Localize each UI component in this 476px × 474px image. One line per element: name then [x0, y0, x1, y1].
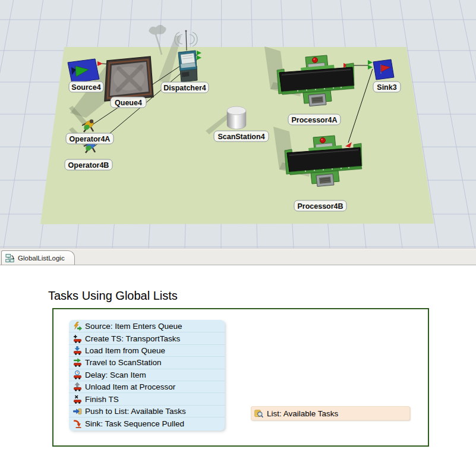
- task-row-create-ts[interactable]: Create TS: TransportTasks: [69, 332, 225, 344]
- task-label: Delay: Scan Item: [85, 371, 146, 379]
- label-processor4a: Processor4A: [288, 114, 341, 125]
- cart-unload-icon: [73, 382, 82, 391]
- svg-text:Processor4A: Processor4A: [291, 116, 337, 124]
- label-source4: Source4: [69, 81, 103, 92]
- cart-clock-icon: [73, 371, 82, 379]
- task-row-delay[interactable]: Delay: Scan Item: [69, 369, 225, 381]
- flow-container[interactable]: Source: Item Enters Queue Create TS: Tra…: [52, 308, 429, 447]
- task-label: Push to List: Available Tasks: [85, 407, 186, 416]
- scanstation4-node[interactable]: [227, 106, 246, 129]
- svg-text:Source4: Source4: [71, 83, 100, 92]
- list-search-icon: [254, 409, 263, 418]
- process-flow-view[interactable]: Tasks Using Global Lists Source: Item En…: [0, 265, 476, 474]
- flowchart-icon: [5, 253, 15, 263]
- svg-text:Queue4: Queue4: [115, 99, 142, 107]
- task-label: Finish TS: [85, 395, 119, 404]
- tab-bar: GlobalListLogic: [0, 248, 476, 265]
- cart-travel-icon: [73, 358, 82, 367]
- svg-text:Operator4A: Operator4A: [70, 135, 111, 143]
- task-label: Travel to ScanStation: [85, 358, 162, 367]
- cart-finish-icon: [73, 395, 82, 404]
- svg-text:Processor4B: Processor4B: [297, 202, 343, 211]
- sink3-node[interactable]: [373, 59, 394, 80]
- task-row-push[interactable]: Push to List: Available Tasks: [69, 406, 225, 418]
- label-scanstation4: ScanStation4: [214, 131, 269, 142]
- queue4-node[interactable]: [105, 56, 153, 101]
- task-row-source[interactable]: Source: Item Enters Queue: [69, 321, 225, 332]
- task-sequence-list: Source: Item Enters Queue Create TS: Tra…: [69, 320, 225, 431]
- task-label: Load Item from Queue: [85, 346, 165, 355]
- svg-text:Dispatcher4: Dispatcher4: [163, 84, 206, 92]
- label-dispatcher4: Dispatcher4: [161, 82, 209, 93]
- task-label: Source: Item Enters Queue: [85, 322, 182, 331]
- sink-arrow-icon: [73, 419, 82, 428]
- task-row-sink[interactable]: Sink: Task Sequence Pulled: [69, 418, 225, 429]
- task-row-finish[interactable]: Finish TS: [69, 393, 225, 405]
- svg-text:Sink3: Sink3: [377, 83, 396, 92]
- source4-node[interactable]: [68, 59, 99, 83]
- lightning-arrow-icon: [73, 322, 82, 331]
- svg-text:Operator4B: Operator4B: [68, 161, 109, 169]
- cart-load-icon: [73, 346, 82, 355]
- task-row-load[interactable]: Load Item from Queue: [69, 345, 225, 357]
- task-row-unload[interactable]: Unload Item at Processor: [69, 381, 225, 393]
- task-label: Unload Item at Processor: [85, 382, 175, 391]
- task-row-travel[interactable]: Travel to ScanStation: [69, 357, 225, 369]
- global-list-node[interactable]: List: Available Tasks: [251, 406, 410, 420]
- label-sink3: Sink3: [373, 81, 401, 92]
- label-processor4b: Processor4B: [294, 200, 346, 211]
- tab-label: GlobalListLogic: [18, 255, 65, 262]
- svg-text:ScanStation4: ScanStation4: [217, 133, 264, 141]
- label-operator4b: Operator4B: [65, 159, 112, 170]
- flow-title: Tasks Using Global Lists: [48, 289, 178, 303]
- 3d-view[interactable]: Source4 Queue4 Dispatcher4 Operator4A Op…: [0, 0, 476, 248]
- cart-plus-icon: [73, 334, 82, 343]
- task-label: Create TS: TransportTasks: [85, 334, 180, 343]
- label-queue4: Queue4: [111, 97, 146, 108]
- tab-globallistlogic[interactable]: GlobalListLogic: [1, 250, 75, 265]
- push-to-list-icon: [73, 407, 82, 416]
- global-list-label: List: Available Tasks: [267, 409, 338, 418]
- label-operator4a: Operator4A: [66, 133, 114, 144]
- task-label: Sink: Task Sequence Pulled: [85, 419, 184, 428]
